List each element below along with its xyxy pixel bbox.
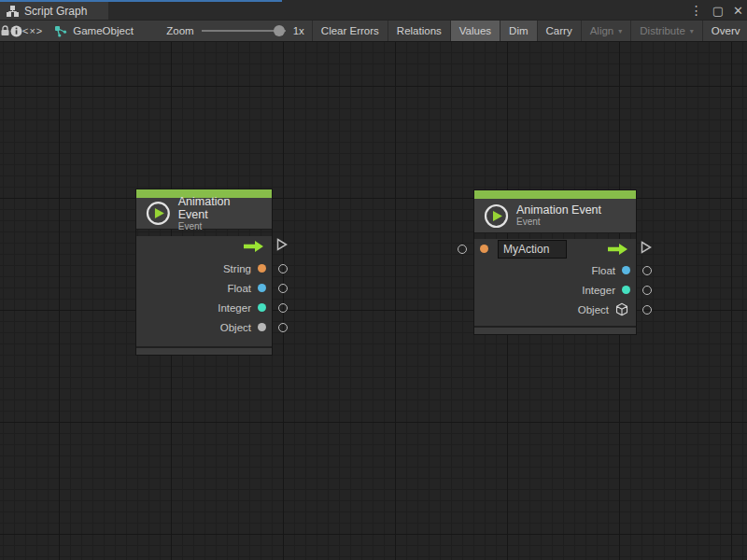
relations-button[interactable]: Relations (388, 21, 450, 41)
flow-output-row (136, 236, 272, 256)
flow-arrow-icon (607, 243, 628, 256)
string-type-dot (258, 264, 266, 273)
node-subtitle: Event (516, 217, 601, 228)
port-label: Float (591, 265, 615, 276)
port-label: Object (220, 322, 251, 333)
float-output-port[interactable] (278, 284, 288, 293)
dim-toggle[interactable]: Dim (500, 21, 536, 41)
port-label: Object (578, 304, 609, 315)
string-output-port[interactable] (278, 264, 288, 273)
zoom-control: Zoom 1x (144, 21, 308, 41)
gameobject-reference[interactable]: GameObject (43, 21, 144, 41)
overview-button[interactable]: Overv (702, 21, 747, 41)
lock-icon[interactable] (0, 21, 10, 41)
float-output-port[interactable] (642, 266, 652, 275)
object-type-dot (258, 323, 266, 331)
integer-type-dot (622, 286, 630, 294)
close-icon[interactable]: ✕ (733, 2, 743, 20)
distribute-label: Distribute (640, 25, 685, 36)
event-name-field[interactable] (498, 240, 567, 259)
port-label: String (223, 263, 251, 274)
node-header[interactable]: Animation Event Event (474, 199, 636, 233)
node-animation-event-2[interactable]: Animation Event Event Float (474, 190, 636, 334)
node-header[interactable]: Animation Event Event (136, 198, 272, 230)
script-graph-asset-icon (54, 25, 67, 37)
node-accent-bar (474, 190, 636, 199)
align-dropdown[interactable]: Align ▾ (581, 21, 631, 41)
maximize-icon[interactable]: ▢ (712, 2, 724, 20)
string-type-dot (480, 245, 488, 253)
zoom-slider-handle[interactable] (274, 25, 285, 36)
play-icon (484, 203, 509, 229)
port-label: Float (227, 283, 251, 294)
chevron-down-icon: ▾ (618, 27, 622, 35)
node-footer (136, 346, 272, 355)
object-output-row: Object (136, 317, 272, 337)
zoom-slider[interactable] (202, 21, 286, 41)
flow-arrow-icon (243, 240, 264, 253)
string-output-row: String (136, 259, 272, 278)
float-output-row: Float (136, 278, 272, 298)
distribute-dropdown[interactable]: Distribute ▾ (630, 21, 702, 41)
port-label: Integer (582, 285, 615, 296)
object-output-port[interactable] (278, 323, 288, 332)
integer-output-row: Integer (136, 298, 272, 317)
integer-output-port[interactable] (642, 286, 652, 295)
values-toggle[interactable]: Values (450, 21, 500, 41)
align-label: Align (590, 25, 614, 36)
toolbar-buttons: Clear Errors Relations Values Dim Carry … (312, 21, 747, 41)
node-footer (474, 326, 636, 334)
code-brackets-icon[interactable]: <×> (22, 21, 43, 41)
object-output-row: Object (474, 300, 636, 319)
integer-output-port[interactable] (278, 303, 288, 313)
script-graph-tab-icon (7, 6, 19, 17)
carry-toggle[interactable]: Carry (537, 21, 581, 41)
flow-output-port[interactable] (276, 238, 288, 255)
graph-canvas[interactable]: Animation Event Event String Float (0, 42, 747, 560)
graph-toolbar: <×> GameObject Zoom 1x Clear Errors Rela… (0, 20, 747, 42)
zoom-value: 1x (293, 25, 304, 36)
node-subtitle: Event (178, 221, 262, 232)
object-output-port[interactable] (642, 305, 652, 315)
cube-icon (615, 302, 628, 316)
integer-output-row: Integer (474, 280, 636, 300)
event-name-input-row (474, 239, 636, 259)
zoom-label: Zoom (166, 25, 193, 36)
node-title: Animation Event (516, 203, 601, 217)
clear-errors-button[interactable]: Clear Errors (312, 21, 388, 41)
gameobject-label: GameObject (73, 25, 134, 36)
window-tab-bar: Script Graph ⋮ ▢ ✕ (0, 0, 747, 20)
play-icon (146, 201, 171, 226)
tab-title: Script Graph (24, 5, 87, 18)
float-type-dot (258, 284, 266, 292)
integer-type-dot (258, 303, 266, 312)
window-menu-icon[interactable]: ⋮ (690, 2, 703, 20)
node-title: Animation Event (178, 195, 262, 221)
name-input-port[interactable] (458, 245, 467, 254)
port-label: Integer (218, 302, 251, 314)
node-animation-event-1[interactable]: Animation Event Event String Float (136, 189, 272, 355)
float-type-dot (622, 266, 630, 274)
flow-output-port[interactable] (641, 241, 652, 258)
chevron-down-icon: ▾ (690, 27, 694, 35)
info-icon[interactable] (10, 21, 22, 41)
tab-script-graph[interactable]: Script Graph (0, 2, 108, 20)
float-output-row: Float (474, 260, 636, 280)
